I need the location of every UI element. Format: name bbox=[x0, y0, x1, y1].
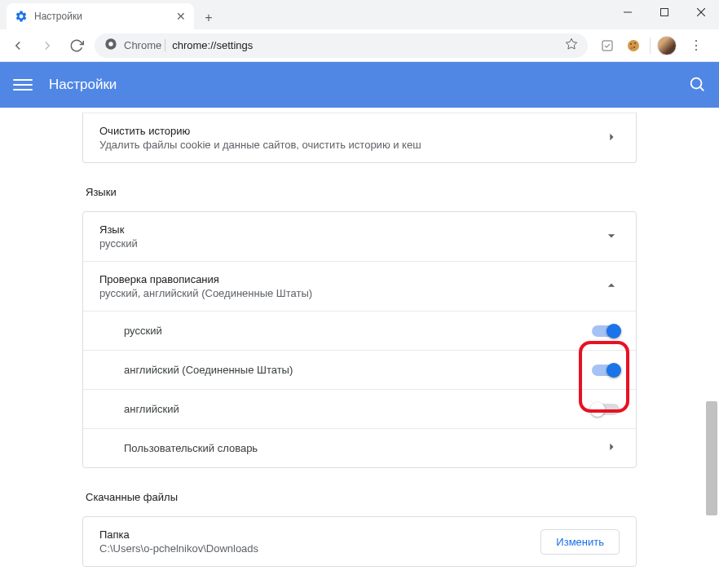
toggle-russian[interactable] bbox=[592, 325, 620, 337]
spellcheck-lang-english: английский bbox=[83, 389, 636, 428]
change-folder-button[interactable]: Изменить bbox=[540, 529, 620, 555]
custom-dictionary-row[interactable]: Пользовательский словарь bbox=[83, 428, 636, 467]
maximize-button[interactable] bbox=[646, 0, 682, 24]
avatar[interactable] bbox=[657, 36, 677, 55]
toggle-english-us[interactable] bbox=[592, 365, 620, 376]
settings-content: Очистить историю Удалить файлы cookie и … bbox=[0, 108, 719, 588]
close-tab-icon[interactable]: ✕ bbox=[176, 10, 186, 23]
page-title: Настройки bbox=[49, 77, 117, 93]
forward-button[interactable] bbox=[36, 34, 59, 57]
english-us-label: английский (Соединенные Штаты) bbox=[124, 364, 592, 376]
chevron-right-icon bbox=[603, 439, 620, 458]
search-icon[interactable] bbox=[688, 75, 706, 95]
russian-label: русский bbox=[124, 325, 592, 337]
svg-point-8 bbox=[628, 40, 639, 51]
language-title: Язык bbox=[99, 223, 603, 236]
downloads-card: Папка C:\Users\o-pchelnikov\Downloads Из… bbox=[82, 516, 637, 567]
custom-dictionary-label: Пользовательский словарь bbox=[124, 442, 603, 454]
svg-point-11 bbox=[633, 46, 635, 48]
svg-line-14 bbox=[700, 87, 704, 91]
back-button[interactable] bbox=[7, 34, 29, 57]
spellcheck-title: Проверка правописания bbox=[99, 273, 603, 285]
kebab-menu-icon[interactable]: ⋮ bbox=[683, 38, 709, 53]
svg-marker-6 bbox=[566, 38, 576, 49]
minimize-button[interactable] bbox=[609, 0, 646, 24]
privacy-card: Очистить историю Удалить файлы cookie и … bbox=[82, 113, 637, 163]
gear-icon bbox=[15, 10, 28, 23]
omnibox-url: chrome://settings bbox=[172, 39, 253, 51]
close-window-button[interactable] bbox=[682, 0, 719, 24]
chevron-right-icon bbox=[603, 129, 620, 148]
chrome-icon bbox=[104, 38, 117, 53]
tab-title: Настройки bbox=[34, 11, 170, 22]
spellcheck-subtitle: русский, английский (Соединенные Штаты) bbox=[99, 287, 603, 299]
browser-tab[interactable]: Настройки ✕ bbox=[7, 3, 194, 29]
svg-point-13 bbox=[691, 77, 702, 88]
downloads-section-label: Скачанные файлы bbox=[82, 491, 637, 503]
hamburger-menu-icon[interactable] bbox=[13, 75, 33, 95]
settings-header: Настройки bbox=[0, 62, 719, 108]
new-tab-button[interactable]: + bbox=[197, 7, 220, 29]
cookie-icon[interactable] bbox=[624, 36, 643, 55]
separator bbox=[650, 38, 651, 54]
languages-card: Язык русский Проверка правописания русск… bbox=[82, 211, 637, 468]
language-subtitle: русский bbox=[99, 237, 603, 250]
spellcheck-row[interactable]: Проверка правописания русский, английски… bbox=[83, 261, 636, 311]
svg-point-12 bbox=[631, 47, 633, 49]
scrollbar-thumb[interactable] bbox=[706, 401, 717, 515]
omnibox-prefix: Chrome bbox=[124, 39, 165, 51]
window-controls bbox=[609, 0, 719, 24]
svg-point-10 bbox=[634, 42, 636, 44]
chevron-up-icon bbox=[603, 277, 620, 296]
browser-toolbar: Chrome chrome://settings ⋮ bbox=[0, 29, 719, 62]
svg-rect-1 bbox=[660, 9, 668, 16]
folder-path: C:\Users\o-pchelnikov\Downloads bbox=[99, 542, 540, 555]
svg-point-5 bbox=[108, 42, 112, 46]
clear-history-title: Очистить историю bbox=[99, 125, 603, 137]
language-row[interactable]: Язык русский bbox=[83, 212, 636, 261]
clear-history-subtitle: Удалить файлы cookie и данные сайтов, оч… bbox=[99, 139, 603, 151]
spellcheck-lang-russian: русский bbox=[83, 311, 636, 350]
languages-section-label: Языки bbox=[82, 186, 637, 198]
downloads-folder-row: Папка C:\Users\o-pchelnikov\Downloads Из… bbox=[83, 517, 636, 566]
bookmark-star-icon[interactable] bbox=[565, 38, 578, 53]
reload-button[interactable] bbox=[65, 34, 88, 57]
spellcheck-lang-english-us: английский (Соединенные Штаты) bbox=[83, 350, 636, 389]
svg-point-9 bbox=[630, 43, 632, 45]
chevron-down-icon bbox=[603, 228, 620, 246]
clear-history-row[interactable]: Очистить историю Удалить файлы cookie и … bbox=[83, 113, 636, 162]
extension-icon-1[interactable] bbox=[598, 36, 617, 55]
folder-label: Папка bbox=[99, 528, 540, 541]
toggle-english[interactable] bbox=[592, 404, 620, 415]
extension-icons: ⋮ bbox=[594, 36, 712, 55]
omnibox[interactable]: Chrome chrome://settings bbox=[95, 33, 588, 58]
english-label: английский bbox=[124, 403, 592, 415]
